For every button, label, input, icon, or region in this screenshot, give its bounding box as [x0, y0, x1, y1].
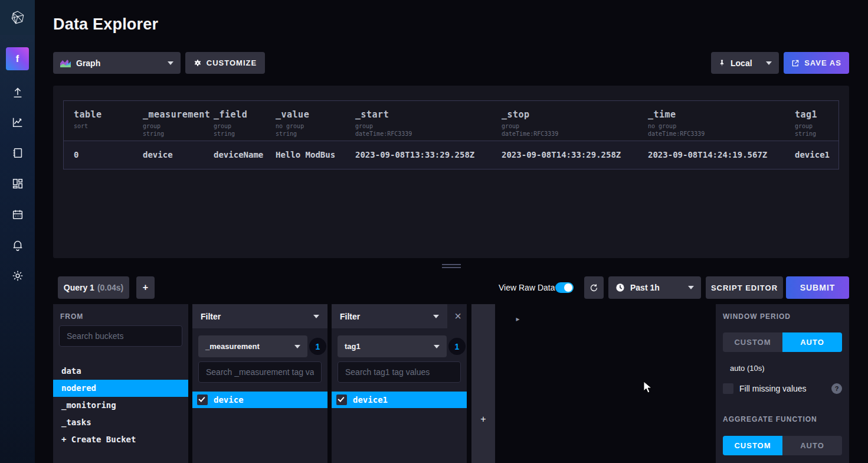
fill-missing-label: Fill missing values: [739, 384, 807, 393]
upload-icon[interactable]: [10, 85, 25, 100]
graph-type-icon: [60, 59, 71, 67]
submit-button[interactable]: SUBMIT: [786, 276, 849, 299]
af-auto-button[interactable]: AUTO: [782, 436, 842, 455]
window-period-segmented: CUSTOM AUTO: [723, 332, 842, 352]
search-measurement-values-input[interactable]: [198, 361, 322, 383]
create-bucket-button[interactable]: + Create Bucket: [53, 431, 188, 448]
bucket-list: data nodered _monitoring _tasks + Create…: [53, 363, 188, 448]
data-explorer-app: f Data Explorer Graph: [0, 0, 868, 463]
wp-custom-button[interactable]: CUSTOM: [723, 332, 782, 352]
filter-type-dropdown[interactable]: Filter: [192, 304, 327, 328]
customize-button[interactable]: CUSTOMIZE: [185, 52, 265, 74]
pin-icon: [718, 59, 726, 67]
column-header[interactable]: _valueno groupstring: [276, 109, 309, 138]
raw-data-table: tablesort _measurementgroupstring _field…: [63, 100, 839, 169]
fill-missing-checkbox[interactable]: [723, 383, 733, 394]
view-raw-data-toggle[interactable]: [555, 282, 574, 293]
aggregate-function-title: AGGREGATE FUNCTION: [723, 415, 817, 423]
toggle-knob: [564, 283, 572, 292]
script-editor-button[interactable]: SCRIPT EDITOR: [706, 276, 783, 299]
chevron-down-icon: [294, 345, 300, 348]
view-raw-data-label: View Raw Data: [499, 283, 555, 292]
bucket-item-nodered[interactable]: nodered: [53, 380, 188, 397]
data-explorer-icon[interactable]: [10, 115, 25, 129]
cell-start: 2023-09-08T13:33:29.258Z: [355, 150, 474, 159]
filter-type-dropdown[interactable]: Filter: [332, 304, 447, 328]
tag-key-dropdown[interactable]: tag1: [338, 335, 447, 357]
time-range-dropdown[interactable]: Past 1h: [608, 276, 701, 299]
check-icon: [198, 395, 205, 402]
column-header[interactable]: _timeno groupdateTime:RFC3339: [648, 109, 705, 138]
visualization-type-dropdown[interactable]: Graph: [53, 52, 181, 74]
tag-value-device[interactable]: device: [192, 392, 327, 408]
chevron-down-icon: [434, 345, 440, 348]
column-header[interactable]: tag1groupstring: [795, 109, 817, 138]
cell-value: Hello ModBus: [276, 150, 335, 159]
local-dropdown[interactable]: Local: [711, 52, 779, 74]
bucket-item-data[interactable]: data: [53, 363, 188, 380]
add-query-button[interactable]: +: [136, 276, 155, 299]
sidebar: f: [0, 0, 35, 463]
chevron-down-icon: [168, 61, 173, 65]
chevron-down-icon: [766, 61, 772, 65]
chevron-down-icon: [313, 315, 319, 318]
mouse-cursor: [643, 381, 653, 394]
af-custom-button[interactable]: CUSTOM: [723, 436, 782, 455]
column-header[interactable]: _stopgroupdateTime:RFC3339: [502, 109, 558, 138]
alerts-bell-icon[interactable]: [10, 237, 25, 252]
column-header[interactable]: _measurementgroupstring: [143, 109, 210, 138]
fill-missing-row: Fill missing values ?: [723, 383, 842, 394]
query-duration: (0.04s): [97, 283, 123, 292]
page-title: Data Explorer: [53, 15, 158, 34]
add-filter-button[interactable]: +: [471, 304, 495, 463]
column-header[interactable]: _startgroupdateTime:RFC3339: [355, 109, 412, 138]
clock-icon: [615, 283, 625, 292]
cell-measurement: device: [143, 150, 173, 159]
table-row: 0 device deviceName Hello ModBus 2023-09…: [64, 141, 838, 169]
checkbox-checked[interactable]: [197, 394, 208, 405]
search-tag1-values-input[interactable]: [338, 361, 461, 383]
selected-count-badge: 1: [448, 338, 466, 355]
cell-stop: 2023-09-08T14:33:29.258Z: [502, 150, 621, 159]
selected-count-badge: 1: [309, 338, 326, 355]
resize-drag-handle[interactable]: [442, 264, 461, 270]
cell-table: 0: [74, 150, 78, 159]
export-icon: [791, 59, 800, 67]
window-period-title: WINDOW PERIOD: [723, 312, 791, 321]
bucket-item-tasks[interactable]: _tasks: [53, 414, 188, 431]
refresh-button[interactable]: [584, 276, 604, 299]
local-label: Local: [731, 58, 752, 68]
from-title: FROM: [60, 312, 83, 321]
check-icon: [338, 395, 344, 402]
visualization-type-label: Graph: [76, 58, 100, 68]
chevron-down-icon: [433, 315, 439, 318]
notebooks-icon[interactable]: [10, 145, 25, 160]
close-filter-icon[interactable]: ×: [451, 309, 464, 322]
next-page-icon[interactable]: ▸: [516, 315, 520, 323]
dashboards-icon[interactable]: [10, 176, 25, 191]
tasks-calendar-icon[interactable]: [10, 207, 25, 221]
help-icon[interactable]: ?: [831, 383, 842, 394]
bucket-item-monitoring[interactable]: _monitoring: [53, 397, 188, 414]
tag-value-device1[interactable]: device1: [332, 392, 467, 408]
aggregate-function-segmented: CUSTOM AUTO: [723, 436, 842, 455]
avatar[interactable]: f: [6, 47, 29, 70]
window-options-panel: WINDOW PERIOD CUSTOM AUTO auto (10s) Fil…: [716, 304, 849, 463]
column-header[interactable]: _fieldgroupstring: [214, 109, 247, 138]
query-tab-label: Query 1: [64, 283, 94, 292]
tag-key-dropdown[interactable]: _measurement: [198, 335, 307, 357]
column-header[interactable]: tablesort: [74, 109, 102, 130]
query-tab[interactable]: Query 1 (0.04s): [58, 276, 129, 299]
search-buckets-input[interactable]: [59, 325, 182, 347]
chevron-down-icon: [688, 286, 694, 289]
influxdb-logo-icon[interactable]: [0, 0, 35, 35]
cell-time: 2023-09-08T14:24:19.567Z: [648, 150, 767, 159]
filter-panel-tag1: Filter × tag1 1 device1: [332, 304, 467, 463]
wp-auto-button[interactable]: AUTO: [782, 332, 842, 352]
save-as-label: SAVE AS: [804, 58, 841, 67]
save-as-button[interactable]: SAVE AS: [784, 52, 849, 74]
from-panel: FROM data nodered _monitoring _tasks + C…: [53, 304, 188, 463]
settings-gear-icon[interactable]: [10, 268, 25, 283]
cell-field: deviceName: [214, 150, 263, 159]
checkbox-checked[interactable]: [336, 394, 347, 405]
